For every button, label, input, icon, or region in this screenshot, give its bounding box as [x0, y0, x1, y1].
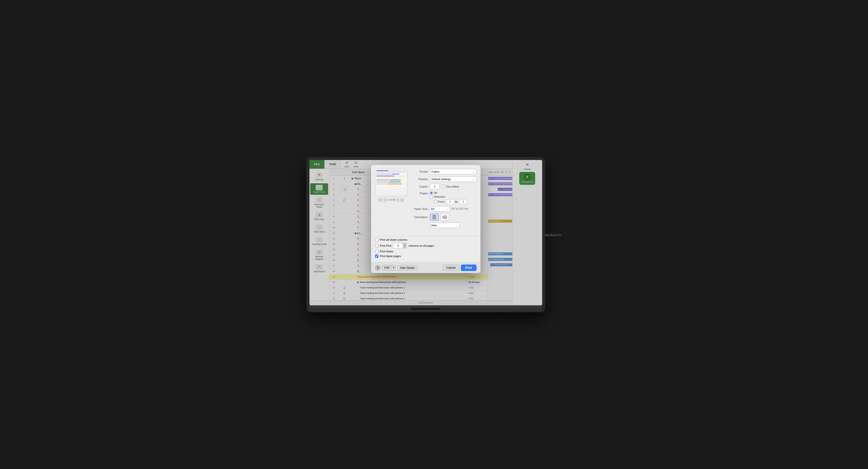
pages-label: Pages: — [410, 191, 428, 195]
preview-next-btn[interactable]: › — [396, 198, 399, 202]
preview-prev-btn[interactable]: ‹ — [383, 198, 386, 202]
pages-all-label: All — [430, 191, 467, 195]
print-button[interactable]: Print — [461, 265, 476, 271]
printer-row: Printer: Fujitsu ⌄ — [410, 169, 476, 174]
spin-up-button[interactable]: ▲ — [403, 243, 407, 246]
paper-size-row: Paper Size: A3 ⌄ 297 by 420 mm — [410, 206, 476, 212]
spin-down-button[interactable]: ▼ — [403, 245, 407, 248]
two-sided-label: Two-Sided — [442, 185, 459, 188]
copies-label: Copies: — [410, 185, 428, 188]
print-dialog: « ‹ 1 of 45 › » — [371, 169, 480, 273]
print-notes-row: Print Notes — [375, 250, 476, 253]
dialog-body: « ‹ 1 of 45 › » — [371, 169, 480, 234]
pdf-button[interactable]: PDF ▼ — [382, 265, 396, 270]
print-notes-label: Print Notes — [380, 250, 393, 253]
print-first-checkbox[interactable] — [375, 244, 378, 247]
pages-to-input[interactable] — [459, 199, 467, 204]
print-first-label: Print First — [380, 244, 392, 247]
printer-value: Fujitsu — [432, 170, 439, 173]
spin-buttons: ▲ ▼ — [403, 243, 407, 248]
hide-details-button[interactable]: Hide Details — [397, 265, 417, 270]
landscape-button[interactable] — [440, 214, 449, 221]
macbook-label: MacBook Pro — [545, 234, 561, 236]
pages-selection-label: Selection — [430, 195, 467, 199]
spin-wrapper: 3 ▲ ▼ — [393, 243, 407, 248]
view-arrow-icon: ⌄ — [456, 224, 458, 227]
printer-label: Printer: — [410, 170, 428, 173]
print-notes-checkbox[interactable] — [375, 250, 378, 253]
landscape-icon — [443, 215, 447, 219]
print-label: Print — [465, 266, 472, 270]
print-all-columns-checkbox[interactable] — [375, 238, 378, 241]
options-section: Print all sheet columns Print First 3 ▲ … — [371, 238, 480, 262]
laptop-notch — [411, 308, 441, 310]
cancel-button[interactable]: Cancel — [442, 265, 459, 271]
pages-row: Pages: All Selection — [410, 191, 476, 204]
view-row: View ⌄ — [410, 223, 476, 228]
dialog-footer: ? PDF ▼ Hide Details — [371, 262, 480, 273]
orientation-label: Orientation: — [410, 215, 428, 219]
presets-arrow-icon: ⌄ — [472, 177, 475, 181]
pages-from-label: From: — [434, 200, 445, 203]
print-first-value[interactable]: 3 — [393, 243, 403, 248]
paper-size-label: Paper Size: — [410, 207, 428, 210]
print-all-columns-row: Print all sheet columns — [375, 238, 476, 241]
dialog-overlay: « ‹ 1 of 45 › » — [309, 169, 542, 300]
divider — [371, 236, 480, 236]
view-value: View — [431, 224, 437, 227]
paper-size-value: A3 — [431, 207, 434, 210]
print-first-row: Print First 3 ▲ ▼ columns on all pages — [375, 243, 476, 248]
presets-row: Presets: Default Settings ⌄ — [410, 176, 476, 182]
copies-fields: Two-Sided — [430, 184, 459, 189]
paper-size-fields: A3 ⌄ 297 by 420 mm — [430, 206, 468, 212]
footer-right: Cancel Print — [442, 265, 476, 271]
pages-selection-radio[interactable] — [430, 195, 433, 199]
preview-image — [375, 169, 407, 196]
orientation-buttons — [430, 214, 449, 221]
copies-row: Copies: Two-Sided — [410, 184, 476, 189]
preview-last-btn[interactable]: » — [400, 198, 404, 202]
print-blank-checkbox[interactable] — [375, 255, 378, 258]
presets-select[interactable]: Default Settings ⌄ — [430, 176, 476, 182]
copies-input[interactable] — [430, 184, 440, 189]
help-button[interactable]: ? — [375, 265, 380, 270]
printer-arrow-icon: ⌄ — [472, 170, 475, 173]
preview-first-btn[interactable]: « — [378, 198, 382, 202]
paper-size-arrow-icon: ⌄ — [446, 207, 448, 211]
settings-pane: Printer: Fujitsu ⌄ Presets: — [410, 169, 476, 230]
portrait-button[interactable] — [430, 214, 439, 221]
print-all-columns-label: Print all sheet columns — [380, 238, 407, 241]
paper-dims: 297 by 420 mm — [451, 207, 468, 210]
pdf-arrow[interactable]: ▼ — [392, 265, 396, 270]
portrait-icon — [433, 215, 436, 219]
main-area: 📅 Calendar 📊 Gantt Chart 📋 Resource Shee… — [309, 169, 542, 300]
footer-left: ? PDF ▼ Hide Details — [375, 265, 440, 270]
orientation-row: Orientation: — [410, 214, 476, 221]
hide-details-label: Hide Details — [400, 266, 414, 269]
preview-nav: « ‹ 1 of 45 › » — [375, 198, 407, 202]
print-blank-label: Print blank pages — [380, 255, 401, 258]
preview-gantt — [375, 169, 407, 196]
pages-from-input[interactable] — [446, 199, 454, 204]
cancel-label: Cancel — [446, 266, 455, 270]
presets-value: Default Settings — [432, 178, 451, 180]
pages-from-radio[interactable] — [434, 200, 437, 203]
pdf-label: PDF — [384, 266, 390, 269]
pages-all-radio[interactable] — [430, 191, 433, 195]
two-sided-checkbox[interactable] — [442, 185, 445, 188]
pdf-main[interactable]: PDF — [382, 265, 392, 270]
svg-point-5 — [444, 217, 445, 218]
preview-pane: « ‹ 1 of 45 › » — [375, 169, 407, 230]
print-blank-row: Print blank pages — [375, 255, 476, 258]
svg-point-2 — [434, 217, 435, 218]
pages-options: All Selection — [430, 191, 467, 204]
printer-select[interactable]: Fujitsu ⌄ — [430, 169, 476, 174]
view-select[interactable]: View ⌄ — [430, 223, 460, 228]
columns-label: columns on all pages — [408, 244, 434, 247]
preview-page-count: 1 of 45 — [388, 199, 395, 201]
pages-from-row: From: to: — [434, 199, 467, 204]
paper-size-select[interactable]: A3 ⌄ — [430, 206, 450, 212]
presets-label: Presets: — [410, 178, 428, 180]
